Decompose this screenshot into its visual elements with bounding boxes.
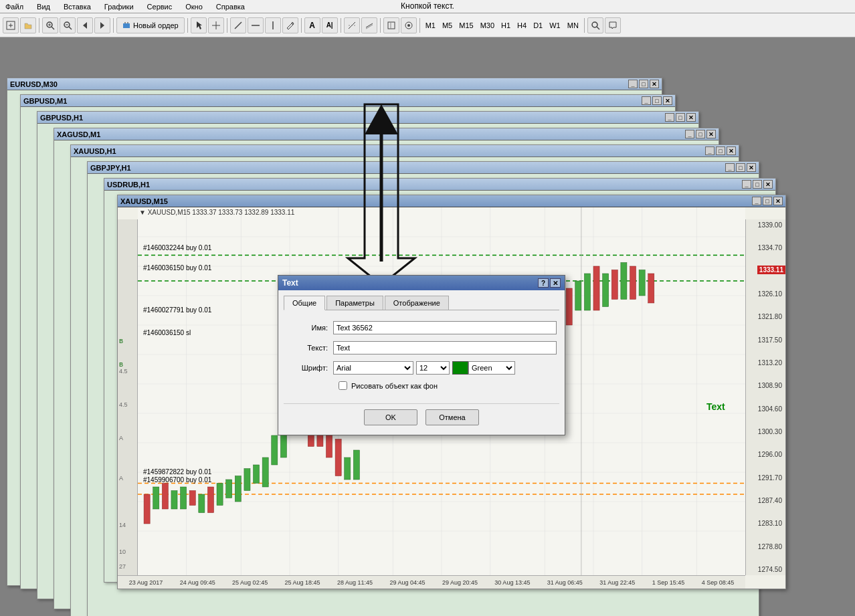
name-input[interactable]	[333, 321, 557, 334]
chart-close-5[interactable]: ✕	[727, 146, 736, 155]
svg-rect-93	[611, 270, 618, 300]
chart-minimize-6[interactable]: _	[725, 163, 735, 172]
chart-minimize-1[interactable]: _	[628, 80, 638, 88]
menu-charts[interactable]: Графики	[102, 2, 136, 11]
text-btn[interactable]: A	[304, 17, 320, 33]
vline-btn[interactable]	[265, 17, 281, 33]
main-chart-restore[interactable]: □	[763, 197, 772, 205]
scroll-left-btn[interactable]	[77, 17, 93, 33]
dialog-help-btn[interactable]: ?	[538, 278, 549, 288]
chart-restore-6[interactable]: □	[736, 163, 745, 172]
chart-minimize-7[interactable]: _	[742, 180, 751, 189]
label-btn[interactable]: A|	[322, 17, 338, 33]
ok-button[interactable]: OK	[364, 409, 417, 425]
price-11: 1296.00	[747, 450, 784, 459]
color-swatch[interactable]	[452, 361, 468, 375]
zoom-out-btn[interactable]	[60, 17, 76, 33]
chart-minimize-5[interactable]: _	[705, 146, 715, 155]
scroll-right-btn[interactable]	[94, 17, 110, 33]
time-11: 1 Sep 15:45	[652, 579, 685, 586]
menu-view[interactable]: Вид	[34, 2, 53, 11]
workspace: EURUSD,M30 _ □ ✕ GBPUSD,M1 _ □ ✕ GBPUSD,…	[0, 37, 855, 616]
zoom-in-btn[interactable]	[42, 17, 58, 33]
tf-w1[interactable]: W1	[547, 17, 563, 33]
menu-service[interactable]: Сервис	[145, 2, 175, 11]
chart-controls-5: _ □ ✕	[705, 146, 736, 155]
crosshair-btn[interactable]	[208, 17, 224, 33]
chart-restore-4[interactable]: □	[696, 130, 705, 138]
chart-titlebar-4[interactable]: XAGUSD,M1 _ □ ✕	[54, 128, 719, 140]
zoom-chart-btn[interactable]	[383, 17, 399, 33]
main-chart-titlebar[interactable]: XAUUSD,M15 _ □ ✕	[118, 195, 785, 207]
chart-titlebar-1[interactable]: EURUSD,M30 _ □ ✕	[7, 78, 662, 90]
chart-restore-1[interactable]: □	[639, 80, 648, 88]
new-chart-btn[interactable]	[3, 17, 19, 33]
name-row: Имя:	[286, 321, 557, 334]
pencil-btn[interactable]	[282, 17, 298, 33]
price-7: 1313.20	[747, 358, 784, 367]
tab-general[interactable]: Общие	[284, 296, 325, 310]
svg-line-8	[69, 27, 72, 29]
chart-close-3[interactable]: ✕	[686, 113, 696, 122]
line-btn[interactable]	[230, 17, 246, 33]
font-size-select[interactable]: 8 10 12 14 16 18 24	[416, 361, 450, 375]
color-select[interactable]: Green Red Blue Black White	[468, 361, 515, 375]
sep7	[380, 18, 381, 33]
sep2	[113, 18, 114, 33]
channel-btn[interactable]	[361, 17, 377, 33]
chart-restore-2[interactable]: □	[652, 96, 662, 105]
tf-mn[interactable]: MN	[565, 17, 581, 33]
cancel-button[interactable]: Отмена	[425, 409, 479, 425]
tf-m5[interactable]: M5	[440, 17, 455, 33]
text-row: Текст:	[286, 341, 557, 354]
chart-restore-5[interactable]: □	[716, 146, 725, 155]
tab-display[interactable]: Отображение	[385, 296, 449, 310]
tf-m1[interactable]: M1	[423, 17, 438, 33]
background-checkbox[interactable]	[339, 381, 347, 390]
chart-minimize-4[interactable]: _	[685, 130, 694, 138]
tf-h1[interactable]: H1	[498, 17, 513, 33]
menu-window[interactable]: Окно	[183, 2, 205, 11]
tf-m15[interactable]: M15	[456, 17, 476, 33]
chart-close-4[interactable]: ✕	[706, 130, 716, 138]
tf-d1[interactable]: D1	[531, 17, 545, 33]
time-axis: 23 Aug 2017 24 Aug 09:45 25 Aug 02:45 25…	[118, 575, 745, 589]
chart-titlebar-5[interactable]: XAUUSD,H1 _ □ ✕	[71, 145, 739, 157]
tf-h4[interactable]: H4	[514, 17, 529, 33]
menu-help[interactable]: Справка	[213, 2, 248, 11]
dialog-close-btn[interactable]: ✕	[550, 278, 561, 288]
font-select[interactable]: Arial Times New Roman Courier New	[333, 361, 413, 375]
search-btn[interactable]	[587, 17, 603, 33]
chart-close-2[interactable]: ✕	[663, 96, 672, 105]
chart-minimize-2[interactable]: _	[642, 96, 651, 105]
main-chart-close[interactable]: ✕	[773, 197, 783, 205]
chart-titlebar-2[interactable]: GBPUSD,M1 _ □ ✕	[21, 95, 675, 107]
chart-title-1: EURUSD,M30	[10, 80, 58, 88]
new-order-btn[interactable]: Новый ордер	[116, 17, 185, 33]
tab-parameters[interactable]: Параметры	[326, 296, 383, 310]
properties-btn[interactable]	[401, 17, 417, 33]
chart-close-7[interactable]: ✕	[763, 180, 773, 189]
chart-restore-7[interactable]: □	[753, 180, 762, 189]
chart-restore-3[interactable]: □	[676, 113, 685, 122]
chart-titlebar-6[interactable]: GBPJPY,H1 _ □ ✕	[88, 162, 759, 174]
svg-marker-11	[100, 22, 104, 29]
fib-btn[interactable]	[344, 17, 360, 33]
dialog-titlebar[interactable]: Text ? ✕	[278, 276, 565, 290]
open-btn[interactable]	[20, 17, 36, 33]
cursor-btn[interactable]	[191, 17, 207, 33]
hline-btn[interactable]	[248, 17, 264, 33]
svg-rect-12	[123, 23, 130, 28]
main-chart-minimize[interactable]: _	[752, 197, 761, 205]
chart-titlebar-7[interactable]: USDRUB,H1 _ □ ✕	[104, 179, 775, 191]
menu-insert[interactable]: Вставка	[61, 2, 94, 11]
chart-minimize-3[interactable]: _	[665, 113, 674, 122]
menu-file[interactable]: Файл	[3, 2, 26, 11]
tf-m30[interactable]: M30	[478, 17, 497, 33]
text-input[interactable]	[333, 341, 557, 354]
chart-close-1[interactable]: ✕	[650, 80, 659, 88]
chart-close-6[interactable]: ✕	[747, 163, 756, 172]
chart-titlebar-3[interactable]: GBPUSD,H1 _ □ ✕	[37, 112, 698, 124]
svg-rect-88	[566, 288, 572, 325]
comments-btn[interactable]	[605, 17, 621, 33]
